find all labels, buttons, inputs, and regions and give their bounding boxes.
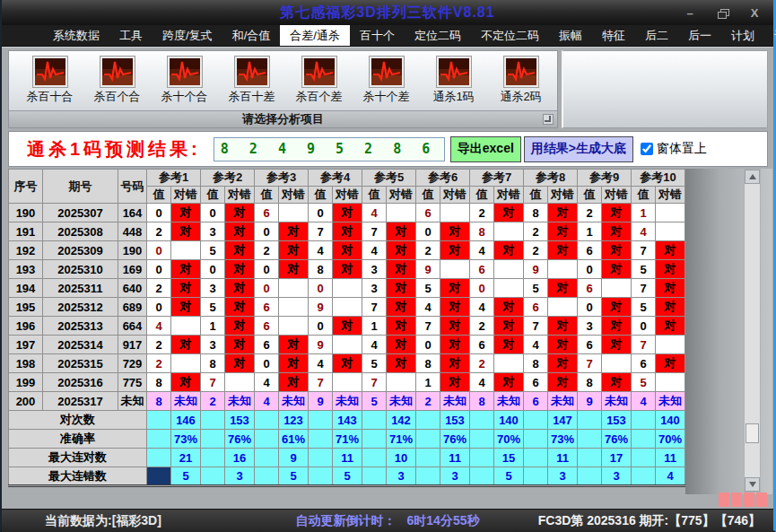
minimize-button[interactable]: – [680, 4, 700, 22]
summary-value: 61% [279, 430, 309, 449]
summary-value: 4 [656, 467, 685, 486]
summary-spacer-cell [632, 430, 656, 449]
ribbon-button-8[interactable]: 通杀2码 [487, 56, 554, 110]
cell-ref-judge: 未知 [333, 392, 362, 411]
cell-ref-value: 9 [309, 392, 333, 411]
cell-ref-value: 5 [362, 354, 387, 373]
cell-ref-judge: 对 [548, 222, 578, 241]
menu-item-12[interactable]: 后一 [678, 25, 721, 46]
cell-ref-judge [548, 298, 578, 317]
menu-item-4[interactable]: 和/合值 [222, 25, 281, 46]
cell-issue: 2025316 [43, 373, 118, 392]
cell-ref-value: 3 [362, 279, 387, 298]
menu-item-1[interactable]: 系统数据 [43, 25, 109, 46]
window-title: 第七感福彩3D排列三软件V8.81 [2, 4, 773, 22]
menu-item-6[interactable]: 百十个 [350, 25, 405, 46]
cell-number: 689 [118, 298, 147, 317]
ribbon-button-3[interactable]: 杀十个合 [151, 56, 218, 110]
ribbon-analysis-group: 杀百十合 杀百个合 杀十个合 杀百十差 杀百个差 杀十个差 通杀1码 [8, 50, 558, 128]
menu-item-14[interactable]: 计划2 [764, 25, 776, 46]
cell-ref-value: 2 [470, 317, 494, 336]
col-header-ref-4: 参考4 [309, 170, 362, 187]
cell-ref-value: 6 [255, 298, 279, 317]
col-header-value: 值 [470, 187, 494, 204]
close-button[interactable]: X [745, 4, 764, 22]
restore-button[interactable] [712, 4, 732, 22]
cell-ref-value: 8 [201, 354, 225, 373]
cell-ref-value: 7 [362, 373, 387, 392]
group-expand-icon[interactable] [543, 114, 554, 125]
summary-label: 最大连错数 [9, 467, 147, 486]
summary-spacer-cell [309, 467, 333, 486]
cell-ref-judge: 对 [333, 317, 362, 336]
ribbon-button-label: 通杀2码 [500, 89, 541, 105]
cell-ref-value: 7 [309, 222, 333, 241]
export-excel-button[interactable]: 导出excel [450, 136, 521, 162]
main-area: 杀百十合 杀百个合 杀十个合 杀百十差 杀百个差 杀十个差 通杀1码 [2, 47, 773, 509]
vertical-scrollbar[interactable] [744, 169, 761, 493]
cell-ref-value: 5 [632, 298, 656, 317]
summary-spacer-cell[interactable] [147, 467, 171, 486]
window-topmost-label: 窗体置上 [657, 141, 707, 157]
cell-issue: 2025314 [43, 336, 118, 354]
cell-ref-judge: 对 [279, 336, 309, 354]
cell-ref-value: 0 [255, 279, 279, 298]
summary-row: 对次数146153123143142153140147153140 [9, 411, 685, 430]
ribbon-button-5[interactable]: 杀百个差 [285, 56, 353, 110]
cell-ref-judge: 对 [548, 317, 578, 336]
ribbon-button-4[interactable]: 杀百十差 [218, 56, 285, 110]
menu-item-2[interactable]: 工具 [109, 25, 153, 46]
cell-index: 195 [9, 298, 43, 317]
summary-value: 76% [602, 430, 632, 449]
menu-item-8[interactable]: 不定位二码 [471, 25, 549, 46]
cell-ref-judge: 对 [440, 279, 470, 298]
cell-ref-judge: 对 [387, 222, 416, 241]
ribbon-button-1[interactable]: 杀百十合 [16, 56, 83, 110]
ribbon-button-6[interactable]: 杀十个差 [353, 56, 420, 110]
cell-ref-value: 2 [147, 354, 171, 373]
menu-item-13[interactable]: 计划 [721, 25, 764, 46]
ribbon-button-7[interactable]: 通杀1码 [420, 56, 487, 110]
cell-ref-value: 0 [416, 222, 440, 241]
cell-issue: 2025313 [43, 317, 118, 336]
cell-ref-value: 7 [524, 317, 548, 336]
col-header-value: 值 [201, 187, 225, 204]
table-row: 2002025317未知8未知2未知4未知9未知5未知2未知8未知6未知9未知4… [9, 392, 685, 411]
cell-ref-judge [279, 204, 309, 222]
cell-ref-value: 3 [201, 279, 225, 298]
menu-item-3[interactable]: 跨度/复式 [153, 25, 222, 46]
cell-ref-judge: 对 [656, 260, 685, 279]
summary-value: 147 [548, 411, 578, 430]
cell-ref-judge: 对 [387, 279, 416, 298]
cell-ref-judge: 对 [602, 317, 632, 336]
cell-ref-value: 4 [416, 298, 440, 317]
cell-ref-judge: 对 [171, 298, 201, 317]
col-header-ref-5: 参考5 [362, 170, 416, 187]
scroll-up-button[interactable] [745, 170, 760, 184]
cell-ref-value: 4 [255, 392, 279, 411]
cell-ref-value: 9 [524, 260, 548, 279]
cell-ref-judge: 对 [548, 373, 578, 392]
cell-ref-judge [602, 354, 632, 373]
menu-item-10[interactable]: 特征 [592, 25, 635, 46]
cell-ref-judge [656, 373, 685, 392]
cell-ref-judge: 对 [333, 241, 362, 260]
menu-item-5[interactable]: 合差/通杀 [280, 25, 350, 46]
cell-ref-judge: 未知 [440, 392, 470, 411]
prediction-result-input[interactable] [214, 137, 445, 161]
cell-ref-value: 4 [362, 204, 387, 222]
cell-ref-value: 7 [362, 222, 387, 241]
col-header-judge: 对错 [387, 187, 416, 204]
menu-item-11[interactable]: 后二 [635, 25, 678, 46]
window-topmost-checkbox[interactable] [641, 143, 653, 155]
cell-issue: 2025309 [43, 241, 118, 260]
scrollbar-thumb[interactable] [745, 423, 759, 443]
menu-item-7[interactable]: 定位二码 [405, 25, 471, 46]
scroll-down-button[interactable] [745, 477, 760, 492]
menu-item-9[interactable]: 振幅 [549, 25, 592, 46]
ekg-heartbeat-icon [167, 56, 203, 88]
ribbon-button-2[interactable]: 杀百个合 [83, 56, 151, 110]
summary-value: 10 [387, 449, 416, 467]
generate-dadi-button[interactable]: 用结果>生成大底 [524, 136, 633, 162]
col-header-value: 值 [309, 187, 333, 204]
